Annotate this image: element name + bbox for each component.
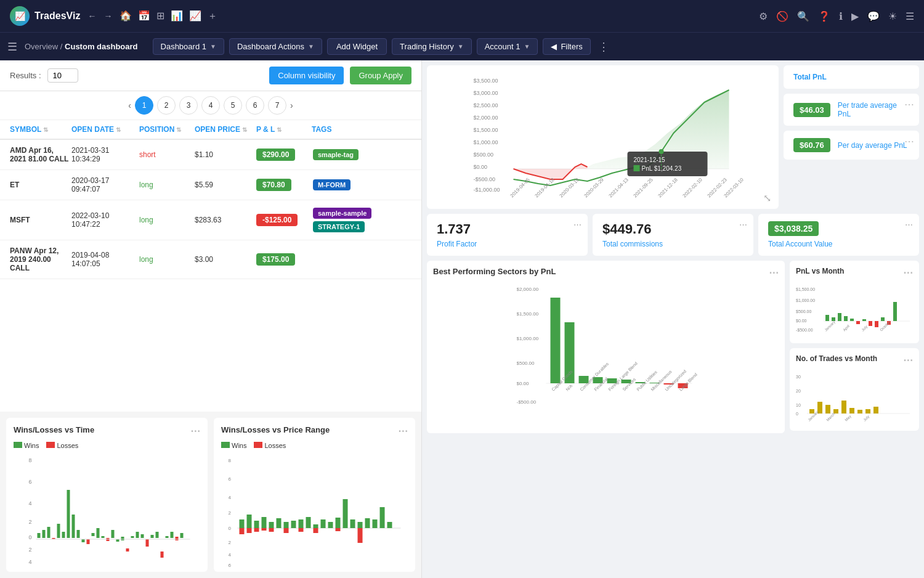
cell-pnl: $70.80 [256,179,312,191]
block-icon[interactable]: 🚫 [776,10,788,22]
svg-rect-65 [314,528,318,533]
back-button[interactable]: ← [87,11,96,21]
svg-rect-9 [47,527,51,538]
chevron-down-icon: ▼ [308,43,314,50]
page-6-button[interactable]: 6 [246,96,264,115]
cell-open-price: $5.59 [195,181,256,189]
svg-text:$1,500.00: $1,500.00 [517,311,539,317]
table-row[interactable]: ET 2020-03-17 09:47:07 long $5.59 $70.80… [0,170,421,200]
svg-rect-146 [862,319,866,321]
svg-text:4: 4 [229,552,232,558]
trading-history-dropdown[interactable]: Trading History ▼ [392,38,472,55]
card-options-icon[interactable]: ⋯ [904,99,914,110]
help-icon[interactable]: ❓ [818,10,830,22]
chart-options-icon[interactable]: ⋯ [398,425,408,437]
card-options-icon[interactable]: ⋯ [904,136,914,147]
theme-icon[interactable]: ☀ [888,10,897,22]
svg-text:2: 2 [29,519,32,525]
svg-text:-$500.00: -$500.00 [796,328,813,332]
svg-rect-151 [893,302,897,321]
table-body: AMD Apr 16, 2021 81.00 CALL 2021-03-31 1… [0,140,421,412]
svg-rect-67 [328,522,333,528]
svg-text:$2,000.00: $2,000.00 [474,115,498,121]
col-header-tags: TAGS [312,125,411,134]
svg-text:$1,500.00: $1,500.00 [474,127,498,133]
layout-icon[interactable]: ⊞ [156,10,164,23]
svg-rect-149 [881,317,885,321]
filters-button[interactable]: ◀ Filters [543,38,590,55]
col-header-symbol[interactable]: SYMBOL⇅ [10,125,71,134]
logo[interactable]: 📈 TradesViz [10,6,80,26]
svg-text:October: October [879,320,891,332]
search-icon[interactable]: 🔍 [797,10,809,22]
account-dropdown[interactable]: Account 1 ▼ [477,38,538,55]
svg-rect-71 [351,519,355,528]
breadcrumb-overview[interactable]: Overview [25,42,58,51]
home-icon[interactable]: 🏠 [120,10,132,23]
table-row[interactable]: AMD Apr 16, 2021 81.00 CALL 2021-03-31 1… [0,140,421,170]
col-header-pnl[interactable]: P & L⇅ [256,125,312,134]
group-apply-button[interactable]: Group Apply [350,67,411,84]
svg-rect-20 [102,536,105,538]
settings-icon[interactable]: ⚙ [759,10,768,22]
bottom-right-charts: Best Performing Sectors by PnL ⋯ $2,000.… [427,261,919,433]
chat-icon[interactable]: 💬 [867,10,880,22]
col-header-open-date[interactable]: OPEN DATE⇅ [71,125,139,134]
cell-tags: smaple-tag [312,148,411,161]
menu-icon[interactable]: ☰ [906,10,914,22]
page-2-button[interactable]: 2 [157,96,176,115]
video-icon[interactable]: ▶ [851,10,859,22]
table-row[interactable]: MSFT 2022-03-10 10:47:22 long $283.63 -$… [0,200,421,240]
calendar-icon[interactable]: 📅 [138,10,150,23]
sectors-chart-svg: $2,000.00 $1,500.00 $1,000.00 $500.00 $0… [433,283,779,431]
chart-options-icon[interactable]: ⋯ [190,425,200,437]
chart-options-icon[interactable]: ⋯ [769,267,779,279]
chart-icon[interactable]: 📊 [171,10,183,23]
svg-text:July: July [862,415,870,422]
forward-button[interactable]: → [103,11,112,21]
page-4-button[interactable]: 4 [201,96,220,115]
pnl-month-svg: $1,500.00 $1,000.00 $500.00 $0.00 -$500.… [796,283,913,342]
svg-text:0: 0 [796,412,798,416]
page-5-button[interactable]: 5 [224,96,242,115]
sidebar-toggle[interactable]: ☰ [7,40,17,54]
dashboard-dropdown[interactable]: Dashboard 1 ▼ [153,38,224,55]
add-widget-button[interactable]: Add Widget [327,38,387,55]
next-page-button[interactable]: › [290,100,293,110]
svg-text:$1,000.00: $1,000.00 [796,298,815,303]
dashboard-actions-dropdown[interactable]: Dashboard Actions ▼ [229,38,322,55]
card-options-icon[interactable]: ⋯ [739,220,747,229]
svg-rect-15 [77,530,80,538]
chart-options-icon[interactable]: ⋯ [903,267,913,279]
card-options-icon[interactable]: ⋯ [905,220,913,229]
chart-expand-icon[interactable]: ⤡ [763,192,771,204]
card-options-icon[interactable]: ⋯ [573,220,582,229]
total-commissions-value: $449.76 [602,221,744,237]
nav-icons: ⚙ 🚫 🔍 ❓ ℹ ▶ 💬 ☀ ☰ [759,10,914,22]
plus-icon[interactable]: ＋ [208,10,217,23]
prev-page-button[interactable]: ‹ [128,100,131,110]
chart-options-icon[interactable]: ⋯ [903,354,913,366]
right-metrics-column: Total PnL $46.03 Per trade average PnL ⋯… [784,65,919,160]
results-label: Results : [10,71,41,80]
results-input[interactable] [47,68,78,83]
page-3-button[interactable]: 3 [179,96,198,115]
svg-text:2020-03-19: 2020-03-19 [559,177,581,199]
cell-open-date: 2021-03-31 10:34:29 [71,146,139,163]
cell-open-date: 2019-04-08 14:07:05 [71,251,139,268]
info-icon[interactable]: ℹ [839,10,843,22]
svg-rect-68 [336,518,341,528]
trades-month-title: No. of Trades vs Month [796,354,877,366]
wins-losses-price-svg: 8 6 4 2 0 2 4 6 [221,453,408,570]
svg-rect-11 [57,524,60,538]
column-visibility-button[interactable]: Column visibility [269,67,344,84]
page-1-button[interactable]: 1 [135,96,153,115]
svg-text:2021-12-15: 2021-12-15 [634,157,666,163]
table-row[interactable]: PANW Apr 12, 2019 240.00 CALL 2019-04-08… [0,240,421,279]
page-7-button[interactable]: 7 [268,96,286,115]
col-header-open-price[interactable]: OPEN PRICE⇅ [195,125,256,134]
trending-icon[interactable]: 📈 [189,10,201,23]
more-options-icon[interactable]: ⋮ [598,40,609,54]
col-header-position[interactable]: POSITION⇅ [139,125,195,134]
svg-rect-91 [628,152,708,176]
